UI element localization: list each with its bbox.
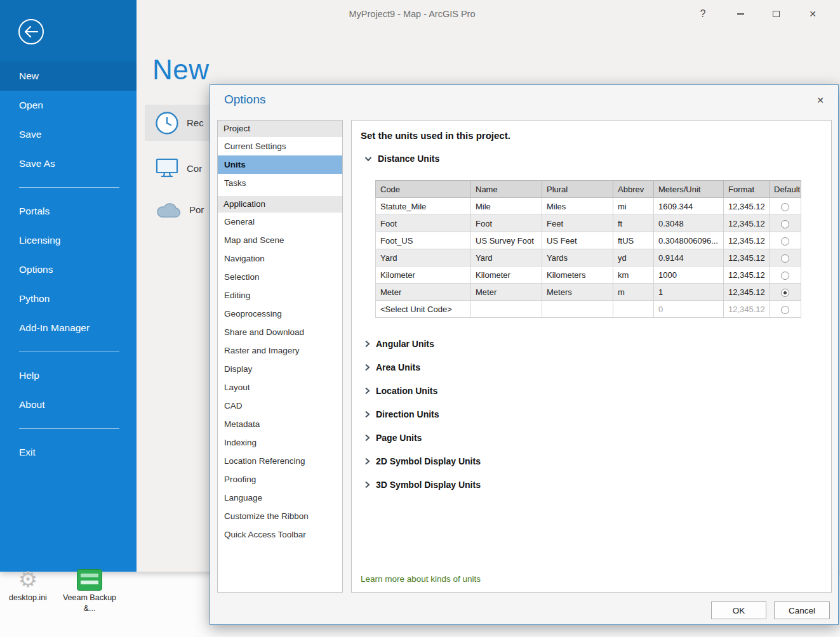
clock-icon xyxy=(155,111,179,135)
units-table-wrap: CodeNamePluralAbbrevMeters/UnitFormatDef… xyxy=(352,180,831,318)
cloud-icon xyxy=(155,200,182,218)
default-radio[interactable] xyxy=(781,220,789,228)
default-radio[interactable] xyxy=(781,203,789,211)
chevron-right-icon xyxy=(364,410,370,418)
options-nav-quick-access-toolbar[interactable]: Quick Access Toolbar xyxy=(218,525,342,544)
backstage-sidebar: NewOpenSaveSave AsPortalsLicensingOption… xyxy=(0,0,137,572)
options-nav-share-and-download[interactable]: Share and Download xyxy=(218,323,342,341)
sidebar-item-new[interactable]: New xyxy=(0,62,137,91)
sidebar-divider xyxy=(19,428,119,429)
unit-row-kilometer: KilometerKilometerKilometerskm100012,345… xyxy=(376,266,801,284)
unit-row-foot-us: Foot_USUS Survey FootUS FeetftUS0.304800… xyxy=(376,232,801,249)
help-button[interactable]: ? xyxy=(690,5,716,23)
options-nav-current-settings[interactable]: Current Settings xyxy=(218,137,342,155)
sidebar-item-exit[interactable]: Exit xyxy=(0,438,137,467)
options-nav-geoprocessing[interactable]: Geoprocessing xyxy=(218,305,342,323)
cell-code: <Select Unit Code> xyxy=(376,301,471,318)
section-area-units[interactable]: Area Units xyxy=(364,355,831,379)
options-nav-cad[interactable]: CAD xyxy=(218,397,342,415)
section-3d-symbol-display-units[interactable]: 3D Symbol Display Units xyxy=(364,473,831,496)
unit-row-yard: YardYardYardsyd0.914412,345.12 xyxy=(376,249,801,266)
sidebar-item-portals[interactable]: Portals xyxy=(0,197,137,226)
options-nav-tasks[interactable]: Tasks xyxy=(218,174,342,192)
cell-name: US Survey Foot xyxy=(471,232,542,249)
section-label: Distance Units xyxy=(378,154,439,164)
options-nav-general[interactable]: General xyxy=(218,213,342,231)
learn-more-link[interactable]: Learn more about kinds of units xyxy=(361,574,481,584)
default-radio[interactable] xyxy=(781,272,789,280)
sidebar-item-licensing[interactable]: Licensing xyxy=(0,226,137,255)
default-radio[interactable] xyxy=(781,237,789,246)
back-button[interactable] xyxy=(18,19,44,44)
cell-abbrev: yd xyxy=(613,249,654,266)
maximize-button[interactable] xyxy=(763,5,789,23)
sidebar-item-add-in-manager[interactable]: Add-In Manager xyxy=(0,313,137,343)
cell-abbrev: m xyxy=(613,284,654,301)
section-distance-units[interactable]: Distance Units xyxy=(364,152,831,165)
options-nav-customize-the-ribbon[interactable]: Customize the Ribbon xyxy=(218,507,342,525)
dialog-title: Options xyxy=(224,93,265,107)
cell-abbrev: km xyxy=(613,266,654,284)
section-label: Angular Units xyxy=(376,339,434,349)
sidebar-divider xyxy=(19,351,119,352)
sidebar-item-about[interactable]: About xyxy=(0,390,137,419)
default-radio[interactable] xyxy=(781,254,789,263)
units-table-header-row: CodeNamePluralAbbrevMeters/UnitFormatDef… xyxy=(376,181,801,198)
desktop-icon-veeam[interactable]: Veeam Backup &... xyxy=(62,567,117,614)
options-nav-map-and-scene[interactable]: Map and Scene xyxy=(218,231,342,249)
cell-abbrev: ft xyxy=(613,215,654,232)
sidebar-item-save-as[interactable]: Save As xyxy=(0,149,137,178)
minimize-icon xyxy=(737,13,744,15)
veeam-icon xyxy=(77,569,102,591)
section-2d-symbol-display-units[interactable]: 2D Symbol Display Units xyxy=(364,449,831,473)
ok-button[interactable]: OK xyxy=(711,601,766,619)
chevron-right-icon xyxy=(364,434,370,442)
chevron-right-icon xyxy=(364,481,370,489)
default-radio[interactable] xyxy=(781,306,789,314)
close-button[interactable]: ✕ xyxy=(800,5,825,23)
options-nav-display[interactable]: Display xyxy=(218,360,342,378)
section-location-units[interactable]: Location Units xyxy=(364,379,831,402)
sidebar-item-help[interactable]: Help xyxy=(0,361,137,390)
sidebar-item-save[interactable]: Save xyxy=(0,120,137,149)
options-nav-raster-and-imagery[interactable]: Raster and Imagery xyxy=(218,341,342,360)
sidebar-item-options[interactable]: Options xyxy=(0,255,137,284)
maximize-icon xyxy=(773,11,780,17)
cell-abbrev xyxy=(613,301,654,318)
new-page-item-por[interactable]: Por xyxy=(145,194,211,225)
options-nav-selection[interactable]: Selection xyxy=(218,268,342,286)
sidebar-item-open[interactable]: Open xyxy=(0,91,137,120)
cell-abbrev: mi xyxy=(613,198,654,215)
nav-group-project: Project xyxy=(218,121,342,137)
dialog-close-button[interactable]: ✕ xyxy=(811,91,829,109)
cell-plural: Meters xyxy=(542,284,613,301)
cell-code: Statute_Mile xyxy=(376,198,471,215)
options-nav-indexing[interactable]: Indexing xyxy=(218,433,342,452)
desktop-icon-desktop-ini[interactable]: ⚙ desktop.ini xyxy=(0,567,56,603)
options-nav-editing[interactable]: Editing xyxy=(218,286,342,305)
cell-code: Foot xyxy=(376,215,471,232)
options-nav-language[interactable]: Language xyxy=(218,489,342,507)
options-nav-units[interactable]: Units xyxy=(218,155,342,174)
new-page-item-label: Rec xyxy=(187,117,204,128)
sidebar-item-python[interactable]: Python xyxy=(0,284,137,313)
new-page-item-cor[interactable]: Cor xyxy=(145,152,211,184)
section-angular-units[interactable]: Angular Units xyxy=(364,332,831,355)
chevron-right-icon xyxy=(364,340,370,348)
new-page-item-label: Cor xyxy=(187,163,202,174)
options-nav-proofing[interactable]: Proofing xyxy=(218,470,342,489)
cancel-button[interactable]: Cancel xyxy=(774,601,830,619)
section-direction-units[interactable]: Direction Units xyxy=(364,402,831,426)
options-nav-navigation[interactable]: Navigation xyxy=(218,249,342,268)
veeam-icon-wrap xyxy=(62,567,117,591)
cell-code: Foot_US xyxy=(376,232,471,249)
section-page-units[interactable]: Page Units xyxy=(364,426,831,449)
options-nav-layout[interactable]: Layout xyxy=(218,378,342,397)
options-nav-metadata[interactable]: Metadata xyxy=(218,415,342,433)
minimize-button[interactable] xyxy=(728,5,753,23)
column-header-meters-unit: Meters/Unit xyxy=(654,181,724,198)
new-page-item-rec[interactable]: Rec xyxy=(145,105,211,141)
cell-name: Kilometer xyxy=(471,266,542,284)
default-radio[interactable] xyxy=(781,289,789,297)
options-nav-location-referencing[interactable]: Location Referencing xyxy=(218,452,342,470)
